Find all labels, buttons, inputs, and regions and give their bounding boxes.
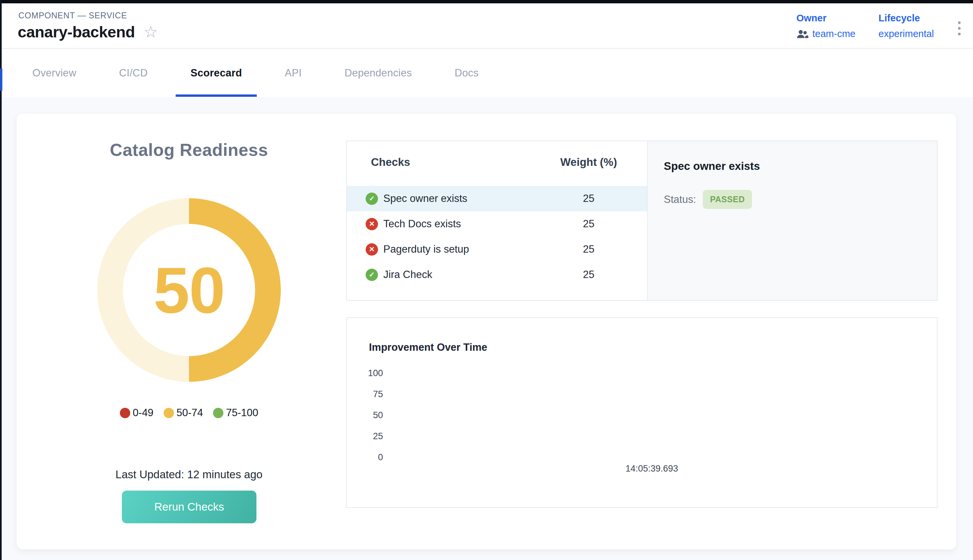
page-title: canary-backend (18, 23, 135, 41)
owner-value-link[interactable]: team-cme (813, 28, 856, 39)
rerun-checks-button[interactable]: Rerun Checks (122, 491, 257, 523)
tab-ci-cd[interactable]: CI/CD (105, 49, 163, 97)
y-axis-tick-label: 25 (347, 426, 383, 447)
y-axis-tick-label: 75 (347, 384, 383, 405)
check-weight: 25 (560, 268, 617, 281)
page-content: Catalog Readiness 50 0-49 50-74 (2, 97, 973, 560)
lifecycle-label: Lifecycle (878, 13, 934, 24)
check-label: Jira Check (383, 268, 432, 281)
people-icon (796, 30, 808, 38)
y-axis-tick-label: 50 (347, 405, 383, 426)
legend-item: 50-74 (164, 407, 203, 419)
y-axis-tick-label: 0 (347, 447, 383, 468)
status-label: Status: (664, 193, 696, 206)
checks-table: Checks Weight (%) ✓ Spec owner exists 25… (347, 141, 647, 300)
legend-label: 75-100 (226, 407, 259, 419)
score-gauge: 50 (97, 198, 281, 382)
improvement-chart-panel: Improvement Over Time 100 75 50 25 0 14:… (346, 317, 938, 508)
check-weight: 25 (560, 218, 617, 230)
check-label: Tech Docs exists (383, 218, 461, 230)
entity-header: COMPONENT — SERVICE canary-backend ☆ Own… (2, 3, 973, 49)
status-badge: PASSED (703, 190, 752, 209)
checks-panel: Checks Weight (%) ✓ Spec owner exists 25… (346, 140, 938, 301)
favorite-star-icon[interactable]: ☆ (144, 24, 158, 40)
more-options-kebab-icon[interactable] (956, 19, 963, 37)
chart-y-axis: 100 75 50 25 0 (347, 363, 383, 468)
tab-overview[interactable]: Overview (18, 49, 91, 97)
owner-block: Owner team-cme (796, 13, 856, 39)
check-row[interactable]: ✕ Tech Docs exists 25 (347, 211, 647, 237)
breadcrumb: COMPONENT — SERVICE (18, 11, 127, 20)
chart-x-tick-label: 14:05:39.693 (626, 463, 678, 474)
score-gauge-hole: 50 (123, 224, 255, 356)
legend-label: 0-49 (133, 407, 154, 419)
check-label: Spec owner exists (383, 193, 467, 205)
check-row[interactable]: ✕ Pagerduty is setup 25 (347, 237, 647, 262)
score-legend: 0-49 50-74 75-100 (45, 407, 332, 419)
legend-label: 50-74 (177, 407, 203, 419)
score-value: 50 (154, 253, 225, 327)
tab-label: Docs (455, 67, 479, 79)
legend-item: 75-100 (213, 407, 259, 419)
checks-table-header: Checks Weight (%) (347, 141, 647, 168)
tab-scorecard[interactable]: Scorecard (176, 49, 257, 97)
tab-label: CI/CD (119, 67, 148, 79)
checks-column-header: Checks (371, 156, 560, 168)
legend-dot (120, 408, 130, 418)
weight-column-header: Weight (%) (560, 156, 617, 168)
last-updated-text: Last Updated: 12 minutes ago (45, 468, 332, 481)
check-row[interactable]: ✓ Jira Check 25 (347, 262, 647, 287)
tab-api[interactable]: API (270, 49, 317, 97)
check-status-icon: ✕ (366, 218, 378, 230)
tab-label: Dependencies (345, 67, 412, 79)
check-weight: 25 (560, 193, 617, 205)
check-status-icon: ✓ (366, 268, 378, 281)
legend-item: 0-49 (120, 407, 154, 419)
check-status-icon: ✓ (366, 193, 378, 205)
legend-dot (213, 408, 224, 418)
check-status-icon: ✕ (366, 243, 378, 256)
scorecard-title: Catalog Readiness (45, 140, 332, 160)
checks-rows: ✓ Spec owner exists 25 ✕ Tech Docs exist… (347, 186, 647, 287)
active-tab-indicator (176, 95, 257, 97)
lifecycle-value: experimental (878, 28, 934, 39)
tab-dependencies[interactable]: Dependencies (330, 49, 427, 97)
owner-label: Owner (796, 13, 856, 24)
y-axis-tick-label: 100 (347, 363, 383, 384)
check-weight: 25 (560, 243, 617, 255)
check-row[interactable]: ✓ Spec owner exists 25 (347, 186, 647, 211)
check-detail-panel: Spec owner exists Status: PASSED (647, 141, 937, 300)
entity-tabs: Overview CI/CD Scorecard API Dependencie… (2, 49, 973, 97)
check-detail-title: Spec owner exists (664, 160, 760, 173)
left-edge-accent (0, 68, 2, 91)
chart-title: Improvement Over Time (369, 342, 487, 353)
tab-label: Overview (32, 67, 77, 79)
tab-docs[interactable]: Docs (440, 49, 494, 97)
entity-page: COMPONENT — SERVICE canary-backend ☆ Own… (0, 0, 973, 560)
lifecycle-block: Lifecycle experimental (878, 13, 934, 39)
scorecard-card: Catalog Readiness 50 0-49 50-74 (17, 114, 956, 549)
tab-label: Scorecard (190, 67, 242, 79)
check-label: Pagerduty is setup (383, 243, 469, 255)
legend-dot (164, 408, 174, 418)
tab-label: API (285, 67, 302, 79)
screenshot-top-edge (0, 0, 973, 3)
